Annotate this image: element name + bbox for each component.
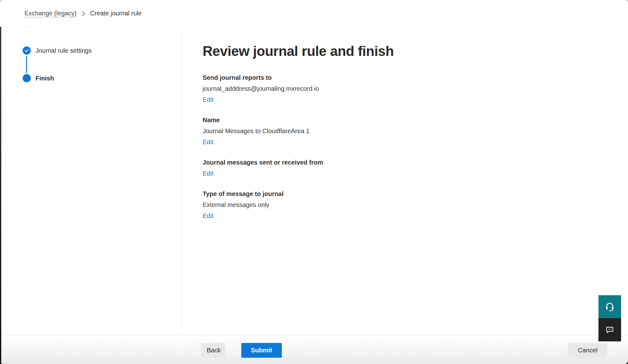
edit-name-link[interactable]: Edit <box>203 137 213 148</box>
left-edge-strip <box>0 27 1 364</box>
wizard-footer: Back Submit Cancel <box>0 335 628 364</box>
create-journal-rule-window: Exchange (legacy) Create journal rule Jo… <box>0 0 628 364</box>
section-label: Send journal reports to <box>203 72 615 83</box>
review-section-message-type: Type of message to journal External mess… <box>203 188 615 221</box>
wizard-body: Journal rule settings Finish Review jour… <box>0 27 628 335</box>
breadcrumb: Exchange (legacy) Create journal rule <box>25 10 142 17</box>
chevron-right-icon <box>82 11 85 17</box>
step-completed-check-icon <box>23 46 31 55</box>
step-current-dot-icon <box>23 74 31 82</box>
breadcrumb-bar: Exchange (legacy) Create journal rule <box>0 0 628 27</box>
submit-button[interactable]: Submit <box>241 343 282 358</box>
review-section-send-reports: Send journal reports to journal_adddress… <box>203 72 615 105</box>
feedback-icon <box>605 325 614 334</box>
edit-journal-scope-link[interactable]: Edit <box>203 168 213 179</box>
step-label-journal-rule-settings: Journal rule settings <box>35 47 92 54</box>
wizard-step-finish[interactable]: Finish <box>23 74 181 82</box>
wizard-step-journal-rule-settings[interactable]: Journal rule settings <box>23 46 181 55</box>
help-button[interactable] <box>598 295 621 318</box>
section-value: journal_adddress@journaling.mxrecord.io <box>203 83 615 94</box>
section-value: External messages only <box>203 199 615 210</box>
section-value: Journal Messages to CloudflareArea 1 <box>203 126 615 137</box>
cancel-button[interactable]: Cancel <box>568 343 607 358</box>
headset-icon <box>605 302 615 312</box>
review-pane: Review journal rule and finish Send jour… <box>182 27 628 335</box>
edit-message-type-link[interactable]: Edit <box>203 210 213 221</box>
feedback-button[interactable] <box>598 318 621 341</box>
page-title: Review journal rule and finish <box>203 42 615 60</box>
edit-send-reports-link[interactable]: Edit <box>203 94 213 105</box>
review-section-name: Name Journal Messages to CloudflareArea … <box>203 115 615 148</box>
section-label: Type of message to journal <box>203 188 615 199</box>
review-section-journal-scope: Journal messages sent or received from E… <box>203 157 615 179</box>
section-label: Journal messages sent or received from <box>203 157 615 168</box>
wizard-steps-panel: Journal rule settings Finish <box>0 27 182 335</box>
section-label: Name <box>203 115 615 126</box>
breadcrumb-current-page: Create journal rule <box>90 10 142 17</box>
step-label-finish: Finish <box>35 75 54 82</box>
back-button[interactable]: Back <box>201 343 225 358</box>
breadcrumb-exchange-legacy[interactable]: Exchange (legacy) <box>25 10 77 17</box>
step-connector-line <box>26 56 27 73</box>
floating-button-stack <box>598 295 621 341</box>
